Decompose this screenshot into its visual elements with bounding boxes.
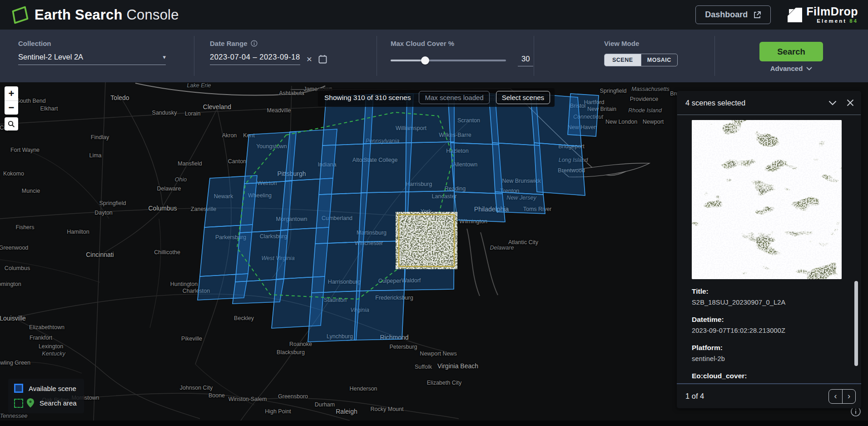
divider xyxy=(377,36,377,76)
brand-sub: Element 84 xyxy=(806,19,858,24)
filmdrop-logo-icon xyxy=(787,7,803,23)
selected-scene-footprint[interactable] xyxy=(399,215,454,266)
legend-available-scene: Available scene xyxy=(14,384,77,393)
next-scene-button[interactable]: › xyxy=(842,390,855,403)
panel-scrollbar[interactable] xyxy=(854,281,858,366)
scene-footprint[interactable] xyxy=(361,143,412,193)
filmdrop-brand: FilmDrop Element 84 xyxy=(787,6,858,24)
clear-date-icon[interactable]: × xyxy=(307,54,312,64)
date-range-input[interactable]: 2023-07-04 – 2023-09-18 xyxy=(210,53,300,65)
metadata-label: Title: xyxy=(692,287,846,296)
collection-filter: Collection Sentinel-2 Level 2A ▾ xyxy=(18,40,166,65)
scene-footprint[interactable] xyxy=(534,143,585,195)
collection-label: Collection xyxy=(18,40,166,47)
map-area[interactable]: Lake ErieSouth BendElkhartCityFort Wayne… xyxy=(0,82,868,421)
metadata-field: Platform:sentinel-2b xyxy=(692,343,846,363)
advanced-toggle[interactable]: Advanced xyxy=(759,65,823,72)
map-search-button[interactable] xyxy=(5,117,18,130)
pagination-nav: ‹ › xyxy=(828,389,856,404)
dashboard-button[interactable]: Dashboard xyxy=(695,5,771,24)
metadata-value: sentinel-2b xyxy=(692,354,846,363)
cloud-cover-slider[interactable] xyxy=(391,60,506,61)
selected-scenes-panel: 4 scenes selected xyxy=(677,91,861,408)
slider-thumb[interactable] xyxy=(421,56,429,65)
filter-bar: Collection Sentinel-2 Level 2A ▾ Date Ra… xyxy=(0,30,868,82)
brand-name: FilmDrop xyxy=(806,6,858,17)
prev-scene-button[interactable]: ‹ xyxy=(829,390,842,403)
chevron-down-icon: ▾ xyxy=(163,54,166,60)
app-header: Earth Search Console Dashboard FilmDrop xyxy=(0,0,868,30)
earth-search-console: Earth Search Console Dashboard FilmDrop xyxy=(0,0,868,426)
scene-footprint[interactable] xyxy=(406,142,454,192)
metadata-field: Eo:cloud_cover:17.38 % xyxy=(692,371,846,381)
close-panel-button[interactable] xyxy=(847,99,854,106)
metadata-value: S2B_18SUJ_20230907_0_L2A xyxy=(692,298,846,307)
cloud-cover-label: Max Cloud Cover % xyxy=(391,40,533,47)
scene-footprint[interactable] xyxy=(312,242,363,293)
metadata-value: 2023-09-07T16:02:28.213000Z xyxy=(692,326,846,335)
available-scene-swatch xyxy=(14,384,23,393)
collection-value: Sentinel-2 Level 2A xyxy=(18,53,83,61)
date-range-filter: Date Range 2023-07-04 – 2023-09-18 × xyxy=(210,40,327,65)
chevron-down-icon xyxy=(806,67,812,70)
scenes-status-bar: Showing 310 of 310 scenes Max scenes loa… xyxy=(318,88,555,107)
collapse-panel-button[interactable] xyxy=(828,100,837,105)
zoom-control: + − xyxy=(5,86,18,115)
app-title: Earth Search Console xyxy=(35,7,179,23)
search-area-swatch xyxy=(14,399,23,408)
chevron-down-icon xyxy=(828,100,837,105)
zoom-out-button[interactable]: − xyxy=(5,100,18,115)
cloud-cover-value-input[interactable]: 30 xyxy=(518,55,533,66)
external-link-icon xyxy=(753,11,761,19)
divider xyxy=(534,36,534,76)
divider xyxy=(194,36,194,76)
footprints-group xyxy=(198,94,599,342)
metadata-field: Title:S2B_18SUJ_20230907_0_L2A xyxy=(692,287,846,307)
date-range-label: Date Range xyxy=(210,40,327,47)
collection-select[interactable]: Sentinel-2 Level 2A ▾ xyxy=(18,53,166,65)
map-legend: Available scene Search area xyxy=(8,379,84,413)
pagination-count: 1 of 4 xyxy=(685,392,704,401)
metadata-field: Datetime:2023-09-07T16:02:28.213000Z xyxy=(692,315,846,335)
close-icon xyxy=(847,99,854,106)
panel-footer: 1 of 4 ‹ › xyxy=(677,383,861,408)
scene-footprint[interactable] xyxy=(495,192,545,214)
scenes-status-text: Showing 310 of 310 scenes xyxy=(322,94,412,102)
zoom-in-button[interactable]: + xyxy=(5,86,18,100)
panel-header: 4 scenes selected xyxy=(677,91,861,115)
view-mode-mosaic[interactable]: MOSAIC xyxy=(641,54,678,66)
divider xyxy=(714,36,715,76)
panel-title: 4 scenes selected xyxy=(685,99,745,107)
max-scenes-loaded-button[interactable]: Max scenes loaded xyxy=(419,91,489,104)
scene-footprint[interactable] xyxy=(354,290,404,340)
cloud-cover-filter: Max Cloud Cover % 30 xyxy=(391,40,533,66)
scene-footprint[interactable] xyxy=(568,94,599,136)
view-mode-scene[interactable]: SCENE xyxy=(605,54,641,66)
view-mode-toggle: SCENE MOSAIC xyxy=(604,54,678,66)
search-button[interactable]: Search xyxy=(759,42,823,61)
search-icon xyxy=(8,120,15,128)
legend-label: Available scene xyxy=(29,385,76,392)
scene-metadata: Title:S2B_18SUJ_20230907_0_L2ADatetime:2… xyxy=(692,287,846,381)
view-mode-filter: View Mode SCENE MOSAIC xyxy=(604,40,678,66)
legend-search-area: Search area xyxy=(14,398,77,408)
map-pin-icon xyxy=(27,398,34,408)
divider xyxy=(677,115,861,115)
metadata-label: Platform: xyxy=(692,343,846,352)
scene-thumbnail[interactable] xyxy=(692,120,842,279)
info-icon xyxy=(251,40,258,47)
metadata-label: Eo:cloud_cover: xyxy=(692,371,846,381)
calendar-icon[interactable] xyxy=(318,55,327,64)
slider-fill xyxy=(391,60,425,61)
select-scenes-button[interactable]: Select scenes xyxy=(496,91,550,104)
earth-search-logo-icon xyxy=(10,5,30,25)
dashboard-label: Dashboard xyxy=(705,10,748,20)
legend-label: Search area xyxy=(40,399,77,407)
view-mode-label: View Mode xyxy=(604,40,678,47)
bottom-strip xyxy=(0,421,868,426)
metadata-label: Datetime: xyxy=(692,315,846,324)
